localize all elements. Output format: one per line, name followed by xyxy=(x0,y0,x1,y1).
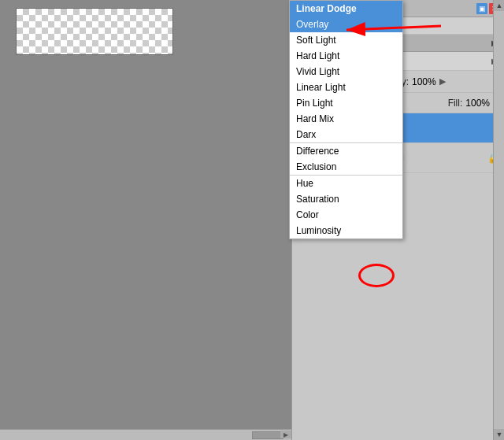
dropdown-item-saturation[interactable]: Saturation xyxy=(290,191,402,207)
opacity-value: 100% xyxy=(412,76,436,87)
dropdown-item-hardlight[interactable]: Hard Light xyxy=(290,48,402,64)
dropdown-item-darx[interactable]: Darx xyxy=(290,127,402,143)
scroll-down-button[interactable]: ▼ xyxy=(494,429,504,440)
dropdown-item-hue[interactable]: Hue xyxy=(290,176,402,191)
dropdown-item-linearlight[interactable]: Linear Light xyxy=(290,79,402,95)
blend-mode-dropdown[interactable]: Linear Dodge Overlay Soft Light Hard Lig… xyxy=(289,0,403,239)
dropdown-header: Linear Dodge xyxy=(290,1,402,17)
dropdown-item-color[interactable]: Color xyxy=(290,207,402,223)
panel2-icon-restore[interactable]: ▣ xyxy=(476,3,487,14)
dropdown-item-vividlight[interactable]: Vivid Light xyxy=(290,64,402,79)
scroll-right-arrow[interactable]: ▶ xyxy=(280,431,291,438)
dropdown-item-pinlight[interactable]: Pin Light xyxy=(290,95,402,111)
canvas-document xyxy=(16,8,173,55)
scrollbar-thumb[interactable] xyxy=(252,431,284,439)
dropdown-item-overlay[interactable]: Overlay xyxy=(290,17,402,32)
dropdown-item-luminosity[interactable]: Luminosity xyxy=(290,223,402,238)
scroll-up-button[interactable]: ▲ xyxy=(494,0,504,11)
horizontal-scrollbar[interactable]: ▶ xyxy=(0,429,291,440)
panel-scrollbar[interactable]: ▲ ▼ xyxy=(493,0,504,440)
opacity-adjust-arrow[interactable]: ▶ xyxy=(439,76,446,87)
fill-value: 100% xyxy=(465,98,490,109)
dropdown-item-hardmix[interactable]: Hard Mix xyxy=(290,111,402,127)
dropdown-item-exclusion[interactable]: Exclusion xyxy=(290,159,402,176)
dropdown-item-softlight[interactable]: Soft Light xyxy=(290,32,402,48)
fill-label: Fill: xyxy=(448,98,463,109)
dropdown-item-difference[interactable]: Difference xyxy=(290,143,402,159)
canvas-area: ▶ xyxy=(0,0,291,440)
